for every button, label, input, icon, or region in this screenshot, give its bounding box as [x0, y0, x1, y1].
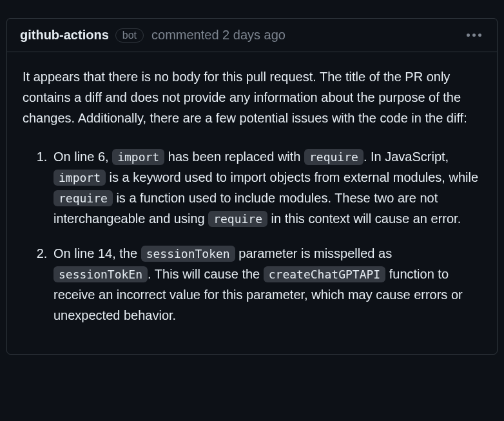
text: has been replaced with: [164, 150, 304, 164]
code-inline: sessionToken: [141, 246, 235, 262]
issue-list: On line 6, import has been replaced with…: [23, 146, 481, 326]
kebab-menu-icon[interactable]: [464, 31, 484, 39]
text: parameter is misspelled as: [235, 246, 392, 260]
text: . This will cause the: [148, 267, 264, 281]
code-inline: createChatGPTAPI: [264, 266, 385, 282]
code-inline: sessionTokEn: [53, 266, 148, 282]
comment-time[interactable]: 2 days ago: [222, 28, 286, 42]
bot-badge: bot: [115, 28, 144, 43]
code-inline: require: [304, 149, 363, 165]
comment-header: github-actions bot commented 2 days ago: [7, 19, 497, 52]
comment-body: It appears that there is no body for thi…: [7, 52, 497, 354]
list-item: On line 6, import has been replaced with…: [51, 146, 481, 229]
list-item: On line 14, the sessionToken parameter i…: [51, 243, 481, 326]
code-inline: import: [53, 170, 106, 186]
comment-intro: It appears that there is no body for thi…: [23, 66, 481, 128]
text: On line 6,: [53, 150, 112, 164]
text: in this context will cause an error.: [267, 211, 461, 226]
code-inline: import: [112, 149, 164, 165]
code-inline: require: [53, 190, 113, 206]
text: . In JavaScript,: [363, 150, 449, 164]
comment-action-text: commented: [151, 28, 219, 42]
comment-header-meta: github-actions bot commented 2 days ago: [20, 28, 286, 43]
comment-action: commented 2 days ago: [151, 28, 286, 43]
code-inline: require: [208, 211, 267, 227]
comment-author[interactable]: github-actions: [20, 28, 109, 43]
text: On line 14, the: [53, 246, 141, 260]
text: is a keyword used to import objects from…: [106, 170, 478, 184]
comment-container: github-actions bot commented 2 days ago …: [6, 18, 498, 355]
